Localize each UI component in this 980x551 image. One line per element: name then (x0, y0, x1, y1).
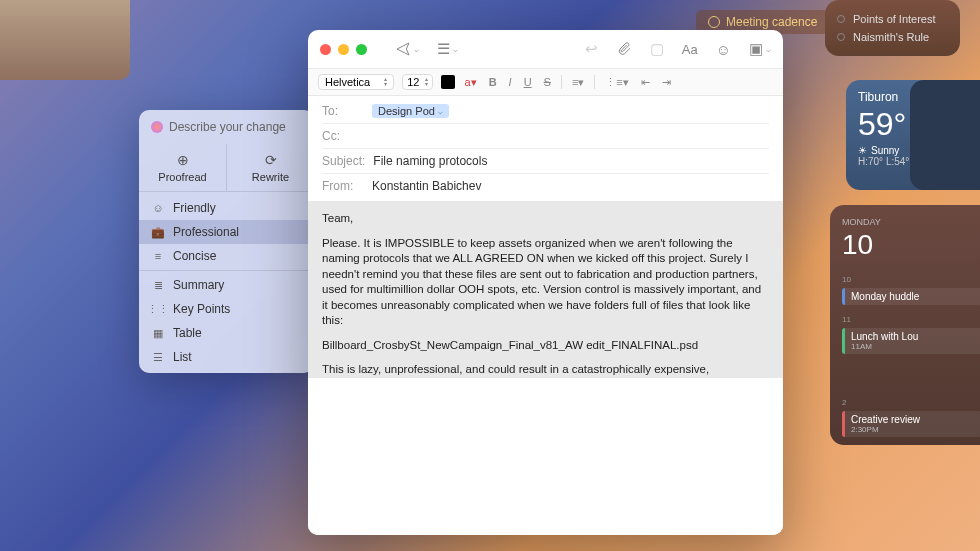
window-titlebar[interactable]: ⌵ ☰ ⌵ ↩ ▢ Aa ☺ ▣ ⌵ (308, 30, 783, 68)
to-row[interactable]: To: Design Pod⌵ (322, 99, 769, 124)
paperplane-icon (395, 41, 411, 57)
from-value: Konstantin Babichev (372, 179, 481, 193)
proofread-button[interactable]: ⊕ Proofread (139, 144, 227, 191)
emoji-icon[interactable]: ☺ (716, 41, 731, 58)
chevron-down-icon: ⌵ (453, 45, 458, 54)
list-button[interactable]: ⋮≡▾ (603, 76, 630, 89)
menubar-reminder-label: Meeting cadence (726, 15, 817, 29)
subject-label: Subject: (322, 154, 365, 168)
body-p2: Billboard_CrosbySt_NewCampaign_Final_v81… (322, 338, 769, 354)
body-p1: Please. It is IMPOSSIBLE to keep assets … (322, 236, 769, 329)
calendar-day-label: MONDAY (842, 217, 881, 227)
from-row[interactable]: From: Konstantin Babichev (322, 174, 769, 198)
calendar-date: 10 (842, 229, 980, 261)
smile-icon: ☺ (151, 202, 165, 214)
stepper-icon: ▴▾ (384, 77, 387, 87)
minimize-button[interactable] (338, 44, 349, 55)
calendar-event[interactable]: Monday huddle (842, 288, 980, 305)
writing-tools-popup: Describe your change ⊕ Proofread ⟳ Rewri… (139, 110, 314, 373)
magnify-icon: ⊕ (177, 152, 189, 168)
attach-icon[interactable] (616, 41, 632, 57)
underline-button[interactable]: U (522, 76, 534, 88)
italic-button[interactable]: I (507, 76, 514, 88)
strike-button[interactable]: S (542, 76, 553, 88)
mail-headers: To: Design Pod⌵ Cc: Subject: File naming… (308, 96, 783, 201)
writing-tools-placeholder: Describe your change (169, 120, 286, 134)
rewrite-button[interactable]: ⟳ Rewrite (227, 144, 314, 191)
mail-body[interactable]: Team, Please. It is IMPOSSIBLE to keep a… (308, 201, 783, 378)
header-icon: ☰ (437, 40, 450, 58)
clock-widget[interactable] (910, 80, 980, 190)
calendar-widget[interactable]: MONDAY TOM 10 10 Monday huddle 11 Lunch … (830, 205, 980, 445)
to-label: To: (322, 104, 364, 118)
sun-icon: ☀ (858, 145, 867, 156)
reminder-item[interactable]: Points of Interest (837, 10, 948, 28)
align-button[interactable]: ≡▾ (570, 76, 586, 89)
action-summary[interactable]: ≣Summary (139, 273, 314, 297)
lines-icon: ≣ (151, 279, 165, 292)
desktop-photo-thumbnail (0, 0, 130, 80)
text-color-swatch[interactable] (441, 75, 455, 89)
refresh-icon: ⟳ (265, 152, 277, 168)
reminders-widget[interactable]: Points of Interest Naismith's Rule (825, 0, 960, 56)
tone-concise[interactable]: ≡Concise (139, 244, 314, 268)
body-p3: This is lazy, unprofessional, and could … (322, 362, 769, 378)
mail-compose-window: ⌵ ☰ ⌵ ↩ ▢ Aa ☺ ▣ ⌵ Helvetica ▴▾ 12 ▴▾ (308, 30, 783, 535)
format-toolbar: Helvetica ▴▾ 12 ▴▾ a▾ B I U S ≡▾ ⋮≡▾ ⇤ ⇥ (308, 68, 783, 96)
circle-icon (837, 33, 845, 41)
action-list[interactable]: ☰List (139, 345, 314, 369)
reply-icon[interactable]: ↩ (585, 40, 598, 58)
weather-condition: Sunny (871, 145, 899, 156)
cc-label: Cc: (322, 129, 364, 143)
header-fields-button[interactable]: ☰ ⌵ (437, 40, 458, 58)
circle-icon (708, 16, 720, 28)
ai-glow-icon (151, 121, 163, 133)
media-button[interactable]: ▣ ⌵ (749, 40, 771, 58)
traffic-lights (320, 44, 367, 55)
calendar-hour: 11 (842, 315, 980, 324)
calendar-hour: 2 (842, 398, 980, 407)
action-table[interactable]: ▦Table (139, 321, 314, 345)
calendar-event[interactable]: Lunch with Lou11AM (842, 328, 980, 354)
calendar-event[interactable]: Creative review2:30PM (842, 411, 980, 437)
recipient-pill[interactable]: Design Pod⌵ (372, 104, 449, 118)
compress-icon: ≡ (151, 250, 165, 262)
table-icon: ▦ (151, 327, 165, 340)
reminder-item[interactable]: Naismith's Rule (837, 28, 948, 46)
body-greeting: Team, (322, 211, 769, 227)
writing-tools-header[interactable]: Describe your change (139, 110, 314, 144)
action-key-points[interactable]: ⋮⋮Key Points (139, 297, 314, 321)
close-button[interactable] (320, 44, 331, 55)
zoom-button[interactable] (356, 44, 367, 55)
bold-button[interactable]: B (487, 76, 499, 88)
media-icon: ▣ (749, 40, 763, 58)
circle-icon (837, 15, 845, 23)
briefcase-icon: 💼 (151, 226, 165, 239)
from-label: From: (322, 179, 364, 193)
subject-row[interactable]: Subject: File naming protocols (322, 149, 769, 174)
chevron-down-icon: ⌵ (438, 107, 443, 116)
mail-body-empty[interactable] (308, 378, 783, 535)
calendar-hour: 10 (842, 275, 980, 284)
format-icon[interactable]: Aa (682, 42, 698, 57)
bullets-icon: ⋮⋮ (151, 303, 165, 316)
photo-icon[interactable]: ▢ (650, 40, 664, 58)
tone-professional[interactable]: 💼Professional (139, 220, 314, 244)
cc-row[interactable]: Cc: (322, 124, 769, 149)
chevron-down-icon: ⌵ (414, 45, 419, 54)
font-select[interactable]: Helvetica ▴▾ (318, 74, 394, 90)
stepper-icon: ▴▾ (425, 77, 428, 87)
text-color-picker[interactable]: a▾ (463, 76, 479, 89)
send-button[interactable]: ⌵ (395, 41, 419, 57)
outdent-button[interactable]: ⇤ (639, 76, 652, 89)
tone-friendly[interactable]: ☺Friendly (139, 196, 314, 220)
font-size-select[interactable]: 12 ▴▾ (402, 74, 432, 90)
chevron-down-icon: ⌵ (766, 45, 771, 54)
list-icon: ☰ (151, 351, 165, 364)
subject-value: File naming protocols (373, 154, 487, 168)
indent-button[interactable]: ⇥ (660, 76, 673, 89)
